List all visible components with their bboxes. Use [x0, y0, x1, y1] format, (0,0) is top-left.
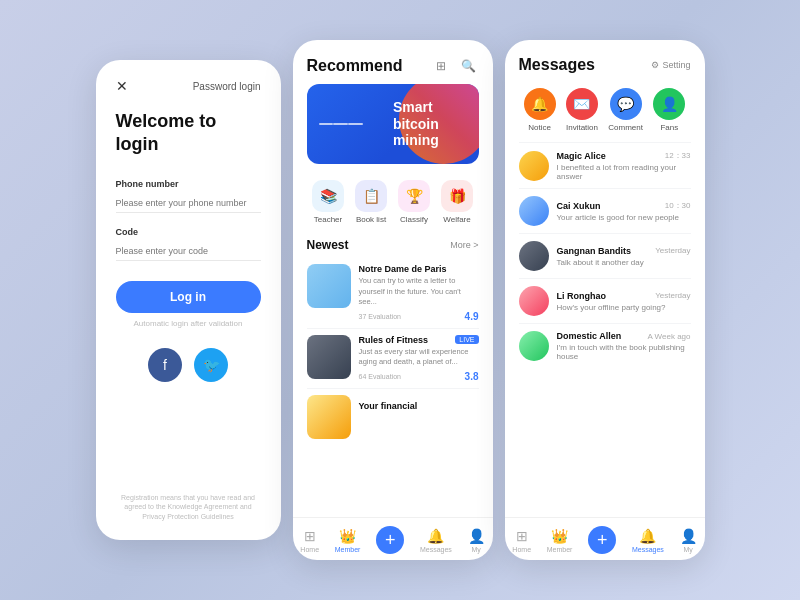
messages-header: Messages ⚙ Setting — [505, 40, 705, 82]
nav-member-label: Member — [335, 546, 361, 553]
msg-preview-0: I benefited a lot from reading your answ… — [557, 163, 691, 181]
msg-content-3: Li Ronghao Yesterday How's your offline … — [557, 291, 691, 312]
login-screen: ✕ Password login Welcome to login Phone … — [96, 60, 281, 540]
msg-content-2: Gangnan Bandits Yesterday Talk about it … — [557, 246, 691, 267]
facebook-icon: f — [163, 357, 167, 373]
login-button[interactable]: Log in — [116, 281, 261, 313]
member-icon-msg: 👑 — [551, 528, 568, 544]
msg-item-2[interactable]: Gangnan Bandits Yesterday Talk about it … — [505, 234, 705, 278]
close-button[interactable]: ✕ — [116, 78, 128, 94]
notif-invitation[interactable]: ✉️ Invitation — [566, 88, 598, 132]
financial-info: Your financial — [359, 395, 479, 413]
msg-preview-1: Your article is good for new people — [557, 213, 691, 222]
bitcoin-banner-text: Smart bitcoin mining — [393, 99, 467, 149]
avatar-li-ronghao — [519, 286, 549, 316]
booklist-icon: 📋 — [355, 180, 387, 212]
code-input[interactable] — [116, 242, 261, 261]
msg-item-3[interactable]: Li Ronghao Yesterday How's your offline … — [505, 279, 705, 323]
newest-section-header: Newest More > — [293, 234, 493, 258]
password-login-link[interactable]: Password login — [193, 81, 261, 92]
nav-my-label: My — [471, 546, 480, 553]
fitness-title: Rules of Fitness — [359, 335, 429, 345]
notif-comment[interactable]: 💬 Comment — [608, 88, 643, 132]
notre-dame-eval: 37 Evaluation — [359, 313, 401, 320]
cat-teacher[interactable]: 📚 Teacher — [312, 180, 344, 224]
nav-my-messages[interactable]: 👤 My — [680, 528, 697, 553]
recommend-title: Recommend — [307, 57, 403, 75]
cat-classify[interactable]: 🏆 Classify — [398, 180, 430, 224]
gear-icon: ⚙ — [651, 60, 659, 70]
recommend-bottom-nav: ⊞ Home 👑 Member + 🔔 Messages 👤 My — [293, 517, 493, 560]
notif-notice[interactable]: 🔔 Notice — [524, 88, 556, 132]
content-item-notre-dame[interactable]: Notre Dame de Paris You can try to write… — [293, 258, 493, 328]
nav-messages-active[interactable]: 🔔 Messages — [632, 528, 664, 553]
nav-member-messages[interactable]: 👑 Member — [547, 528, 573, 553]
messages-screen: Messages ⚙ Setting 🔔 Notice ✉️ Invitatio… — [505, 40, 705, 560]
notre-dame-score: 4.9 — [465, 311, 479, 322]
search-icon[interactable]: 🔍 — [459, 56, 479, 76]
cat-welfare[interactable]: 🎁 Welfare — [441, 180, 473, 224]
avatar-gangnan — [519, 241, 549, 271]
cat-booklist[interactable]: 📋 Book list — [355, 180, 387, 224]
nav-messages-recommend[interactable]: 🔔 Messages — [420, 528, 452, 553]
bitcoin-banner[interactable]: Smart bitcoin mining — [307, 84, 479, 164]
classify-icon: 🏆 — [398, 180, 430, 212]
msg-time-3: Yesterday — [655, 291, 690, 300]
msg-time-2: Yesterday — [655, 246, 690, 255]
nav-plus-button-msg[interactable]: + — [588, 526, 616, 554]
nav-home-messages[interactable]: ⊞ Home — [512, 528, 531, 553]
live-badge: LIVE — [455, 335, 478, 344]
category-section: 📚 Teacher 📋 Book list 🏆 Classify 🎁 Welfa… — [293, 174, 493, 234]
notre-dame-thumb — [307, 264, 351, 308]
financial-thumb — [307, 395, 351, 439]
messages-icon: 🔔 — [427, 528, 444, 544]
facebook-login-button[interactable]: f — [148, 348, 182, 382]
classify-label: Classify — [400, 215, 428, 224]
twitter-login-button[interactable]: 🐦 — [194, 348, 228, 382]
msg-item-0[interactable]: Magic Alice 12：33 I benefited a lot from… — [505, 143, 705, 188]
setting-link[interactable]: ⚙ Setting — [651, 60, 690, 70]
msg-name-3: Li Ronghao — [557, 291, 607, 301]
notre-dame-title: Notre Dame de Paris — [359, 264, 447, 274]
twitter-icon: 🐦 — [203, 357, 220, 373]
msg-name-2: Gangnan Bandits — [557, 246, 632, 256]
login-title: Welcome to login — [116, 110, 261, 157]
avatar-cai-xukun — [519, 196, 549, 226]
msg-item-4[interactable]: Domestic Allen A Week ago I'm in touch w… — [505, 324, 705, 368]
msg-preview-2: Talk about it another day — [557, 258, 691, 267]
fitness-eval: 64 Evaluation — [359, 373, 401, 380]
welfare-icon: 🎁 — [441, 180, 473, 212]
msg-time-4: A Week ago — [648, 332, 691, 341]
message-list: Magic Alice 12：33 I benefited a lot from… — [505, 142, 705, 517]
nav-plus-button[interactable]: + — [376, 526, 404, 554]
msg-time-1: 10：30 — [665, 200, 691, 211]
avatar-domestic-allen — [519, 331, 549, 361]
my-icon: 👤 — [468, 528, 485, 544]
msg-content-1: Cai Xukun 10：30 Your article is good for… — [557, 200, 691, 222]
home-icon: ⊞ — [304, 528, 316, 544]
setting-label: Setting — [662, 60, 690, 70]
booklist-label: Book list — [356, 215, 386, 224]
home-icon-msg: ⊞ — [516, 528, 528, 544]
nav-my-recommend[interactable]: 👤 My — [468, 528, 485, 553]
fans-label: Fans — [660, 123, 678, 132]
notif-fans[interactable]: 👤 Fans — [653, 88, 685, 132]
messages-icon-active: 🔔 — [639, 528, 656, 544]
msg-item-1[interactable]: Cai Xukun 10：30 Your article is good for… — [505, 189, 705, 233]
nav-home-recommend[interactable]: ⊞ Home — [300, 528, 319, 553]
auto-login-text: Automatic login after validation — [116, 319, 261, 328]
comment-label: Comment — [608, 123, 643, 132]
phone-input[interactable] — [116, 194, 261, 213]
welfare-label: Welfare — [443, 215, 470, 224]
content-item-fitness[interactable]: Rules of Fitness LIVE Just as every star… — [293, 329, 493, 388]
nav-member-recommend[interactable]: 👑 Member — [335, 528, 361, 553]
recommend-header: Recommend ⊞ 🔍 — [293, 40, 493, 84]
msg-preview-3: How's your offline party going? — [557, 303, 691, 312]
fitness-desc: Just as every star will experience aging… — [359, 347, 479, 368]
content-item-financial[interactable]: Your financial — [293, 389, 493, 445]
messages-title: Messages — [519, 56, 596, 74]
avatar-magic-alice — [519, 151, 549, 181]
more-link[interactable]: More > — [450, 240, 478, 250]
msg-content-4: Domestic Allen A Week ago I'm in touch w… — [557, 331, 691, 361]
grid-icon[interactable]: ⊞ — [431, 56, 451, 76]
